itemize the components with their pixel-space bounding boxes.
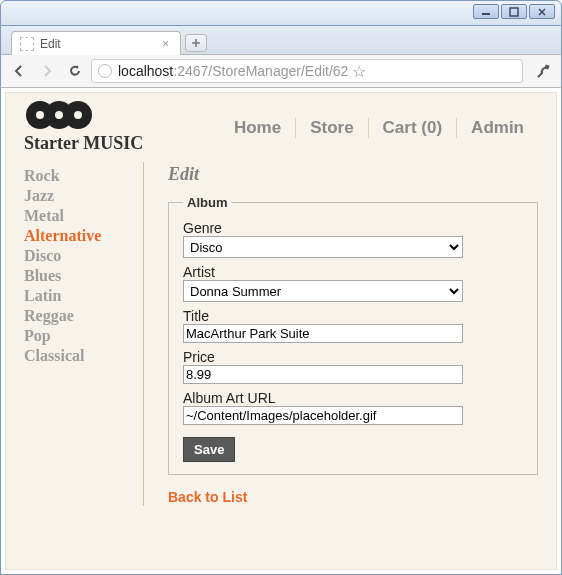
svg-rect-1 <box>510 8 518 16</box>
artist-select[interactable]: Donna Summer <box>183 280 463 302</box>
price-label: Price <box>183 349 523 365</box>
window-close-button[interactable] <box>529 4 555 19</box>
sidebar-item-alternative[interactable]: Alternative <box>24 226 137 246</box>
arturl-input[interactable] <box>183 406 463 425</box>
bookmark-star-icon[interactable]: ☆ <box>352 62 366 81</box>
browser-tab-active[interactable]: Edit × <box>11 31 181 55</box>
browser-tabstrip: Edit × <box>0 26 562 54</box>
records-logo-icon <box>24 99 143 131</box>
url-host: localhost <box>118 63 173 79</box>
new-tab-button[interactable] <box>185 34 207 52</box>
globe-icon <box>98 64 112 78</box>
sidebar-item-rock[interactable]: Rock <box>24 166 137 186</box>
title-input[interactable] <box>183 324 463 343</box>
svg-point-10 <box>55 111 63 119</box>
reload-button[interactable] <box>63 59 87 83</box>
fieldset-legend: Album <box>183 195 231 210</box>
site-logo[interactable]: Starter MUSIC <box>24 99 143 154</box>
back-button[interactable] <box>7 59 31 83</box>
page-title: Edit <box>168 164 538 185</box>
nav-admin[interactable]: Admin <box>457 118 538 138</box>
forward-button[interactable] <box>35 59 59 83</box>
sidebar-item-classical[interactable]: Classical <box>24 346 137 366</box>
album-fieldset: Album Genre Disco Artist Donna Summer <box>168 195 538 475</box>
sidebar-item-metal[interactable]: Metal <box>24 206 137 226</box>
genre-sidebar: Rock Jazz Metal Alternative Disco Blues … <box>24 162 144 506</box>
genre-select[interactable]: Disco <box>183 236 463 258</box>
nav-store[interactable]: Store <box>296 118 368 138</box>
sidebar-item-jazz[interactable]: Jazz <box>24 186 137 206</box>
svg-point-8 <box>36 111 44 119</box>
page-body: Starter MUSIC Home Store Cart (0) Admin … <box>5 92 557 570</box>
sidebar-item-pop[interactable]: Pop <box>24 326 137 346</box>
browser-viewport: Starter MUSIC Home Store Cart (0) Admin … <box>0 88 562 575</box>
site-brand: Starter MUSIC <box>24 133 143 154</box>
nav-cart[interactable]: Cart (0) <box>369 118 458 138</box>
save-button[interactable]: Save <box>183 437 235 462</box>
tab-title: Edit <box>40 37 61 51</box>
nav-home[interactable]: Home <box>220 118 296 138</box>
address-bar[interactable]: localhost:2467/StoreManager/Edit/62 ☆ <box>91 59 523 83</box>
sidebar-item-disco[interactable]: Disco <box>24 246 137 266</box>
back-to-list-link[interactable]: Back to List <box>168 489 247 505</box>
sidebar-item-latin[interactable]: Latin <box>24 286 137 306</box>
browser-toolbar: localhost:2467/StoreManager/Edit/62 ☆ <box>0 54 562 88</box>
title-label: Title <box>183 308 523 324</box>
sidebar-item-blues[interactable]: Blues <box>24 266 137 286</box>
window-maximize-button[interactable] <box>501 4 527 19</box>
top-nav: Home Store Cart (0) Admin <box>220 118 538 138</box>
url-path: :2467/StoreManager/Edit/62 <box>173 63 348 79</box>
arturl-label: Album Art URL <box>183 390 523 406</box>
window-minimize-button[interactable] <box>473 4 499 19</box>
window-titlebar <box>0 0 562 26</box>
artist-label: Artist <box>183 264 523 280</box>
genre-label: Genre <box>183 220 523 236</box>
svg-point-12 <box>74 111 82 119</box>
price-input[interactable] <box>183 365 463 384</box>
main-content: Edit Album Genre Disco Artist Donna Summ… <box>144 162 538 506</box>
settings-wrench-icon[interactable] <box>531 59 555 83</box>
sidebar-item-reggae[interactable]: Reggae <box>24 306 137 326</box>
favicon-placeholder-icon <box>20 37 34 51</box>
tab-close-icon[interactable]: × <box>159 37 172 51</box>
